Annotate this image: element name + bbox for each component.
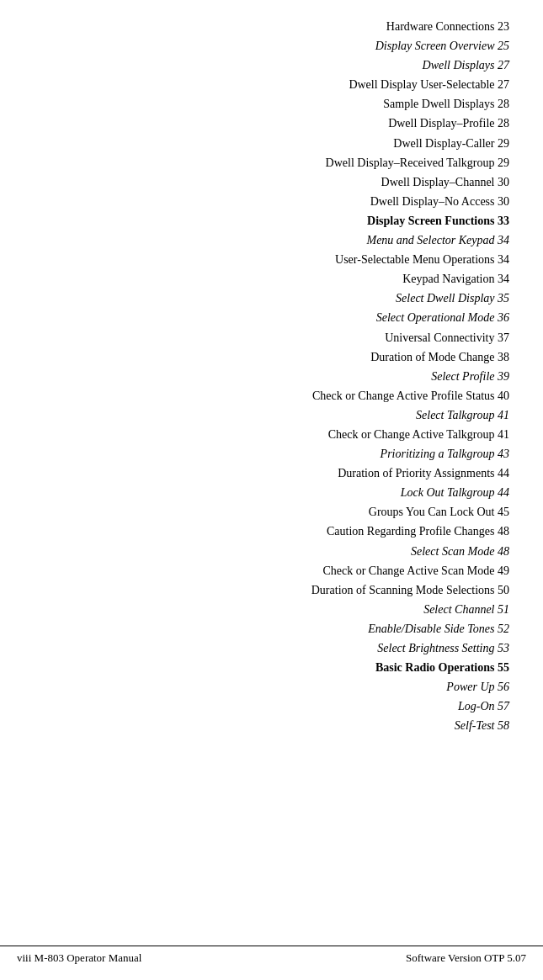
toc-item: Sample Dwell Displays 28 (34, 94, 509, 114)
toc-item: Dwell Display–Profile 28 (34, 114, 509, 133)
toc-item: Select Profile 39 (34, 367, 509, 386)
toc-item: Duration of Scanning Mode Selections 50 (34, 580, 509, 600)
toc-item: Check or Change Active Profile Status 40 (34, 386, 509, 405)
toc-item: Basic Radio Operations 55 (34, 658, 509, 677)
toc-item: Enable/Disable Side Tones 52 (34, 619, 509, 638)
toc-item: Log-On 57 (34, 697, 509, 716)
toc-item: User-Selectable Menu Operations 34 (34, 250, 509, 269)
toc-item: Select Dwell Display 35 (34, 289, 509, 308)
toc-item: Duration of Priority Assignments 44 (34, 464, 509, 483)
toc-item: Caution Regarding Profile Changes 48 (34, 522, 509, 541)
toc-content: Hardware Connections 23Display Screen Ov… (0, 0, 543, 786)
toc-item: Hardware Connections 23 (34, 17, 509, 36)
toc-item: Select Channel 51 (34, 600, 509, 619)
toc-item: Prioritizing a Talkgroup 43 (34, 444, 509, 464)
toc-item: Duration of Mode Change 38 (34, 347, 509, 367)
toc-item: Dwell Display–Received Talkgroup 29 (34, 153, 509, 172)
footer-right: Software Version OTP 5.07 (406, 951, 526, 965)
toc-item: Dwell Display-Caller 29 (34, 134, 509, 153)
toc-item: Menu and Selector Keypad 34 (34, 230, 509, 250)
toc-item: Self-Test 58 (34, 716, 509, 735)
toc-item: Select Scan Mode 48 (34, 542, 509, 561)
toc-item: Display Screen Functions 33 (34, 211, 509, 230)
toc-item: Select Brightness Setting 53 (34, 638, 509, 658)
toc-item: Display Screen Overview 25 (34, 36, 509, 56)
toc-item: Dwell Display–No Access 30 (34, 192, 509, 211)
toc-item: Select Talkgroup 41 (34, 405, 509, 425)
toc-item: Power Up 56 (34, 677, 509, 697)
toc-item: Check or Change Active Scan Mode 49 (34, 561, 509, 580)
toc-item: Dwell Display–Channel 30 (34, 172, 509, 192)
toc-item: Keypad Navigation 34 (34, 269, 509, 289)
toc-item: Check or Change Active Talkgroup 41 (34, 425, 509, 444)
toc-item: Universal Connectivity 37 (34, 328, 509, 347)
footer-left: viii M-803 Operator Manual (17, 951, 141, 965)
toc-item: Dwell Display User-Selectable 27 (34, 75, 509, 94)
toc-item: Groups You Can Lock Out 45 (34, 502, 509, 522)
toc-item: Select Operational Mode 36 (34, 308, 509, 327)
toc-item: Dwell Displays 27 (34, 56, 509, 75)
page-footer: viii M-803 Operator Manual Software Vers… (0, 946, 543, 965)
toc-item: Lock Out Talkgroup 44 (34, 483, 509, 502)
